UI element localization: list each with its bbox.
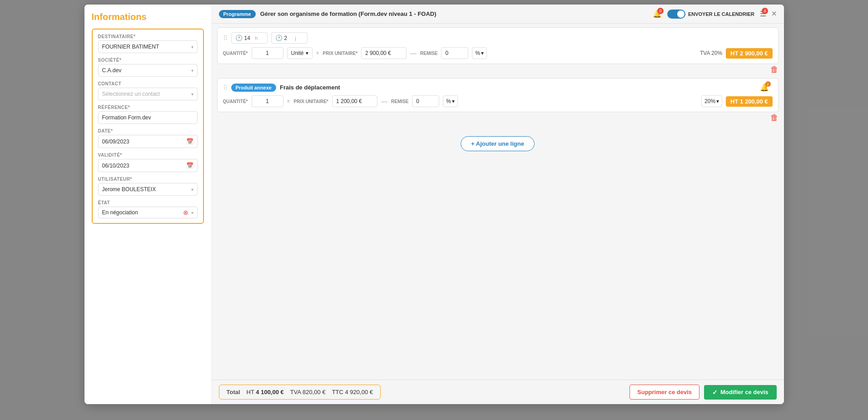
calendar-toggle-container: ENVOYER LE CALENDRIER xyxy=(667,10,754,19)
remise-col-label-1: REMISE xyxy=(420,51,437,56)
badge-produit: Produit annexe xyxy=(231,84,276,92)
qty-input-2[interactable] xyxy=(252,95,283,107)
etat-clear-icon[interactable]: ⊗ xyxy=(183,209,188,216)
societe-select[interactable]: C.A.dev ▾ xyxy=(98,64,198,77)
total-tva: TVA 820,00 € xyxy=(290,389,326,395)
reference-input[interactable]: Formation Form.dev xyxy=(98,111,198,124)
dash-2: — xyxy=(381,98,387,105)
total-ht: HT 4 100,00 € xyxy=(247,389,284,395)
contact-group: CONTACT Sélectionnez un contact ▾ xyxy=(98,81,198,100)
utilisateur-label: UTILISATEUR* xyxy=(98,177,198,182)
ht-label: HT xyxy=(247,389,254,395)
right-footer: Total HT 4 100,00 € TVA 820,00 € TTC 4 9… xyxy=(212,380,784,404)
utilisateur-chevron-icon: ▾ xyxy=(191,187,193,192)
etat-chevron-icon: ▾ xyxy=(191,210,193,215)
remise-input-1[interactable] xyxy=(441,47,468,59)
header-actions: 🔔 0 ENVOYER LE CALENDRIER ☰ 4 × xyxy=(653,9,777,19)
clock-days-field[interactable]: 🕐 2 j xyxy=(271,32,308,44)
clock-hours-field[interactable]: 🕐 14 h xyxy=(231,32,268,44)
etat-value: En négociation xyxy=(102,209,180,216)
destinataire-value: FOURNIER BATIMENT xyxy=(102,44,159,50)
modify-devis-label: Modifier ce devis xyxy=(720,389,768,395)
qty-col-label-2: QUANTITÉ* xyxy=(223,99,248,104)
societe-value: C.A.dev xyxy=(102,67,122,74)
reference-group: RÉFÉRENCE* Formation Form.dev xyxy=(98,105,198,124)
validite-input[interactable]: 06/10/2023 📅 xyxy=(98,159,198,172)
reference-label: RÉFÉRENCE* xyxy=(98,105,198,110)
right-panel: Programme Gérer son organisme de formati… xyxy=(212,5,784,404)
header-left: Programme Gérer son organisme de formati… xyxy=(219,10,436,18)
contact-select[interactable]: Sélectionnez un contact ▾ xyxy=(98,88,198,100)
pct-chevron-icon: ▾ xyxy=(481,50,484,56)
destinataire-chevron-icon: ▾ xyxy=(191,44,193,49)
total-summary: Total HT 4 100,00 € TVA 820,00 € TTC 4 9… xyxy=(219,385,381,400)
total-ttc: TTC 4 920,00 € xyxy=(332,389,373,395)
ht-value: 4 100,00 € xyxy=(256,389,283,395)
ttc-value: 4 920,00 € xyxy=(345,389,373,395)
drag-handle-1[interactable]: ⠿ xyxy=(223,35,228,42)
modify-devis-button[interactable]: ✓ Modifier ce devis xyxy=(704,385,776,400)
utilisateur-select[interactable]: Jerome BOULESTEIX ▾ xyxy=(98,183,198,196)
bell-badge: 0 xyxy=(657,8,664,14)
multiply-icon-2: × xyxy=(287,98,290,104)
price-input-1[interactable] xyxy=(361,47,407,59)
clock-days-value: 2 xyxy=(284,35,293,41)
bell-notification-button[interactable]: 🔔 0 xyxy=(653,10,662,18)
date-label: DATE* xyxy=(98,128,198,133)
drag-handle-2[interactable]: ⠿ xyxy=(223,84,228,91)
remise-input-2[interactable] xyxy=(412,95,439,107)
pct-value-2: % xyxy=(446,98,451,104)
tva-pct-2: 20% xyxy=(704,98,715,104)
calendar-toggle-switch[interactable] xyxy=(667,10,685,19)
line2-notif-badge: 2 xyxy=(765,81,771,87)
list-notification-button[interactable]: ☰ 4 xyxy=(760,10,766,18)
checkmark-icon: ✓ xyxy=(712,389,718,396)
qty-col-label-1: QUANTITÉ* xyxy=(223,51,248,56)
etat-field[interactable]: En négociation ⊗ ▾ xyxy=(98,207,198,218)
qty-input-1[interactable] xyxy=(252,47,283,59)
validite-label: VALIDITÉ* xyxy=(98,153,198,158)
price-input-2[interactable] xyxy=(332,95,377,107)
line-item-2: ⠿ Produit annexe Frais de déplacement 🔔 … xyxy=(217,78,779,112)
multiply-icon-1: × xyxy=(316,50,319,56)
close-modal-button[interactable]: × xyxy=(772,9,777,19)
clock-hours-value: 14 xyxy=(244,35,253,41)
date-input[interactable]: 06/09/2023 📅 xyxy=(98,135,198,148)
price-col-label-2: PRIX UNITAIRE* xyxy=(294,99,329,104)
delete-line1-button[interactable]: 🗑 xyxy=(770,65,779,74)
pct-select-1[interactable]: % ▾ xyxy=(472,47,487,59)
add-line-container: + Ajouter une ligne xyxy=(212,136,784,151)
destinataire-select[interactable]: FOURNIER BATIMENT ▾ xyxy=(98,40,198,53)
contact-label: CONTACT xyxy=(98,81,198,86)
destinataire-group: DESTINATAIRE* FOURNIER BATIMENT ▾ xyxy=(98,34,198,53)
delete-line2-button[interactable]: 🗑 xyxy=(770,113,779,123)
remise-col-label-2: REMISE xyxy=(391,99,408,104)
tva-select-2[interactable]: 20% ▾ xyxy=(701,95,722,107)
unit-select-1[interactable]: Unité ▾ xyxy=(287,47,312,59)
total-badge-1: HT 2 900,00 € xyxy=(726,48,772,59)
ttc-label: TTC xyxy=(332,389,343,395)
form-section: DESTINATAIRE* FOURNIER BATIMENT ▾ SOCIÉT… xyxy=(92,29,204,224)
content-area: ⠿ 🕐 14 h 🕐 2 j QUANTITÉ* xyxy=(212,24,784,380)
contact-chevron-icon: ▾ xyxy=(191,92,193,97)
tva-footer-label: TVA xyxy=(290,389,301,395)
unit-value-1: Unité xyxy=(291,50,304,56)
tva-label-1: TVA 20% xyxy=(700,50,722,56)
price-col-label-1: PRIX UNITAIRE* xyxy=(323,51,358,56)
line1-row2: QUANTITÉ* Unité ▾ × PRIX UNITAIRE* — REM… xyxy=(223,47,773,59)
delete-devis-button[interactable]: Supprimer ce devis xyxy=(630,385,699,400)
add-line-button[interactable]: + Ajouter une ligne xyxy=(461,136,535,151)
clock-days-unit: j xyxy=(295,35,296,41)
etat-label: ÉTAT xyxy=(98,200,198,205)
pct-select-2[interactable]: % ▾ xyxy=(443,95,458,107)
clock-hours-unit: h xyxy=(255,35,258,41)
main-modal: Informations DESTINATAIRE* FOURNIER BATI… xyxy=(84,5,784,404)
line-item-1: ⠿ 🕐 14 h 🕐 2 j QUANTITÉ* xyxy=(217,27,779,64)
badge-programme: Programme xyxy=(219,10,256,18)
date-group: DATE* 06/09/2023 📅 xyxy=(98,128,198,148)
line2-notification-icon[interactable]: 🔔 2 xyxy=(760,83,769,92)
pct-chevron-icon-2: ▾ xyxy=(452,98,455,104)
line2-row2: QUANTITÉ* × PRIX UNITAIRE* — REMISE % ▾ xyxy=(223,95,773,107)
societe-group: SOCIÉTÉ* C.A.dev ▾ xyxy=(98,58,198,77)
societe-label: SOCIÉTÉ* xyxy=(98,58,198,63)
